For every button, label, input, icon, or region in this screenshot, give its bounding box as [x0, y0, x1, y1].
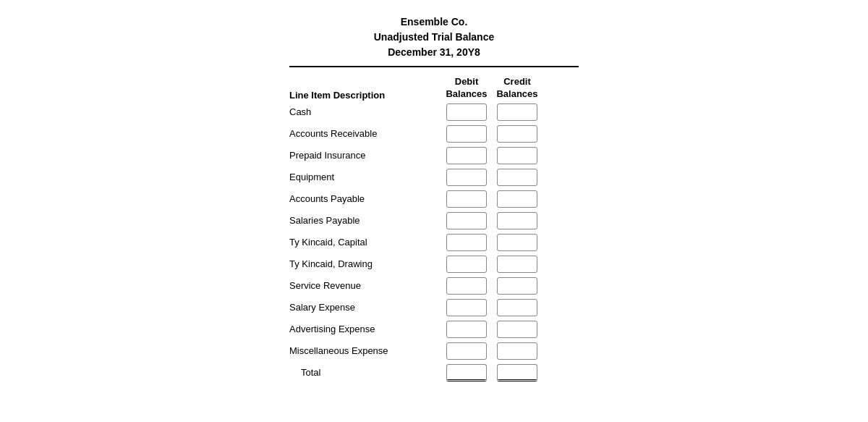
row-label: Equipment	[289, 172, 441, 182]
row-label: Cash	[289, 106, 441, 117]
debit-input[interactable]	[446, 212, 487, 229]
header: Ensemble Co. Unadjusted Trial Balance De…	[289, 14, 579, 60]
table-row: Ty Kincaid, Capital	[289, 234, 579, 251]
credit-input[interactable]	[497, 147, 537, 164]
credit-input[interactable]	[497, 256, 537, 273]
row-label: Accounts Payable	[289, 193, 441, 204]
credit-input[interactable]	[497, 342, 537, 360]
credit-input[interactable]	[497, 169, 537, 186]
page-container: Ensemble Co. Unadjusted Trial Balance De…	[289, 14, 579, 381]
header-divider	[289, 66, 579, 67]
credit-header: Credit Balances	[492, 76, 542, 101]
row-label: Ty Kincaid, Capital	[289, 237, 441, 248]
credit-input[interactable]	[497, 321, 537, 338]
table-row: Salary Expense	[289, 299, 579, 316]
total-row: Total	[289, 364, 579, 381]
table-row: Accounts Receivable	[289, 125, 579, 143]
debit-input[interactable]	[446, 256, 487, 273]
total-debit-input[interactable]	[446, 364, 487, 381]
row-label: Miscellaneous Expense	[289, 345, 441, 356]
row-label: Accounts Receivable	[289, 128, 441, 139]
total-credit-input[interactable]	[497, 364, 537, 381]
rows-container: CashAccounts ReceivablePrepaid Insurance…	[289, 104, 579, 360]
line-item-description-header: Line Item Description	[289, 90, 441, 101]
credit-input[interactable]	[497, 125, 537, 143]
credit-input[interactable]	[497, 277, 537, 295]
debit-input[interactable]	[446, 104, 487, 121]
row-label: Salaries Payable	[289, 215, 441, 226]
credit-input[interactable]	[497, 234, 537, 251]
table-row: Accounts Payable	[289, 190, 579, 208]
credit-input[interactable]	[497, 212, 537, 229]
row-label: Service Revenue	[289, 280, 441, 291]
table-row: Prepaid Insurance	[289, 147, 579, 164]
row-label: Prepaid Insurance	[289, 150, 441, 161]
debit-input[interactable]	[446, 342, 487, 360]
table-row: Miscellaneous Expense	[289, 342, 579, 360]
table-row: Equipment	[289, 169, 579, 186]
company-name: Ensemble Co.	[289, 14, 579, 30]
row-label: Salary Expense	[289, 302, 441, 313]
total-label: Total	[289, 367, 441, 378]
credit-input[interactable]	[497, 104, 537, 121]
table-row: Ty Kincaid, Drawing	[289, 256, 579, 273]
debit-input[interactable]	[446, 169, 487, 186]
debit-input[interactable]	[446, 299, 487, 316]
debit-input[interactable]	[446, 321, 487, 338]
debit-input[interactable]	[446, 147, 487, 164]
date: December 31, 20Y8	[289, 45, 579, 60]
debit-input[interactable]	[446, 125, 487, 143]
subtitle: Unadjusted Trial Balance	[289, 30, 579, 45]
row-label: Ty Kincaid, Drawing	[289, 258, 441, 269]
table-row: Cash	[289, 104, 579, 121]
table-row: Service Revenue	[289, 277, 579, 295]
table-row: Advertising Expense	[289, 321, 579, 338]
debit-header: Debit Balances	[441, 76, 492, 101]
debit-input[interactable]	[446, 190, 487, 208]
credit-input[interactable]	[497, 299, 537, 316]
debit-input[interactable]	[446, 277, 487, 295]
credit-input[interactable]	[497, 190, 537, 208]
debit-input[interactable]	[446, 234, 487, 251]
row-label: Advertising Expense	[289, 324, 441, 334]
table-row: Salaries Payable	[289, 212, 579, 229]
column-headers: Line Item Description Debit Balances Cre…	[289, 76, 579, 101]
